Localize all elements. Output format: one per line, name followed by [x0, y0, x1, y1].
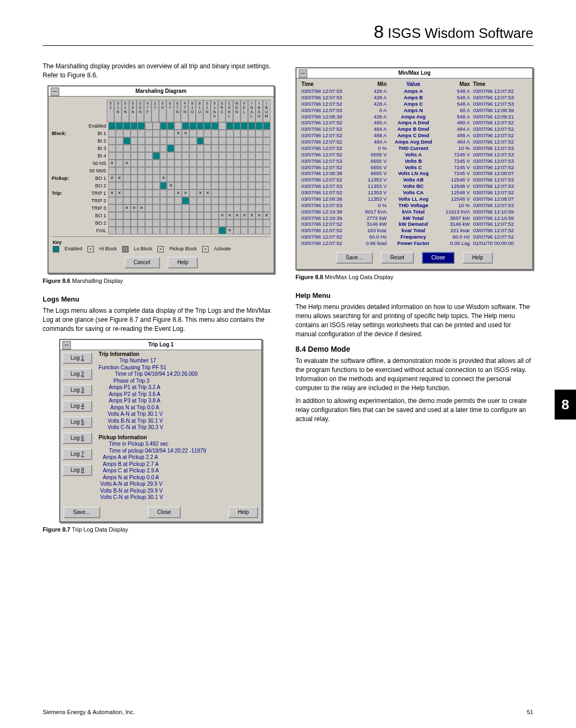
- marsh-cell[interactable]: [248, 197, 255, 204]
- log-button[interactable]: Log 1: [62, 352, 92, 364]
- marsh-cell[interactable]: [123, 152, 131, 160]
- marsh-cell[interactable]: [189, 175, 197, 182]
- close-icon[interactable]: —: [299, 69, 307, 78]
- marsh-cell[interactable]: [219, 130, 226, 137]
- marsh-cell[interactable]: [131, 145, 138, 152]
- marsh-cell[interactable]: [153, 197, 160, 204]
- marsh-cell[interactable]: [211, 204, 219, 212]
- marsh-cell[interactable]: [226, 137, 234, 145]
- marsh-cell[interactable]: [197, 152, 204, 160]
- marsh-cell[interactable]: [116, 137, 123, 145]
- marsh-cell[interactable]: [153, 175, 160, 182]
- marsh-cell[interactable]: [197, 130, 204, 137]
- marsh-cell[interactable]: [226, 122, 234, 130]
- help-button[interactable]: Help: [228, 507, 259, 518]
- marsh-cell[interactable]: [219, 212, 226, 219]
- marsh-cell[interactable]: [131, 152, 138, 160]
- marsh-cell[interactable]: [204, 152, 211, 160]
- marsh-cell[interactable]: [211, 182, 219, 189]
- marsh-cell[interactable]: [189, 182, 197, 189]
- marsh-cell[interactable]: [219, 152, 226, 160]
- log-button[interactable]: Log 8: [62, 464, 92, 476]
- marsh-cell[interactable]: [174, 204, 182, 212]
- marsh-cell[interactable]: [234, 160, 241, 167]
- marsh-cell[interactable]: [153, 182, 160, 189]
- marsh-cell[interactable]: [241, 227, 248, 234]
- marsh-cell[interactable]: [248, 204, 255, 212]
- marsh-cell[interactable]: [211, 145, 219, 152]
- marsh-cell[interactable]: [145, 189, 153, 197]
- marsh-cell[interactable]: [160, 167, 167, 175]
- marsh-cell[interactable]: [211, 227, 219, 234]
- close-icon[interactable]: —: [62, 341, 71, 350]
- marsh-cell[interactable]: [167, 197, 174, 204]
- marsh-cell[interactable]: [174, 130, 182, 137]
- marsh-cell[interactable]: [219, 160, 226, 167]
- marsh-cell[interactable]: [219, 167, 226, 175]
- marsh-cell[interactable]: [197, 137, 204, 145]
- marsh-cell[interactable]: [241, 145, 248, 152]
- marsh-cell[interactable]: [219, 204, 226, 212]
- close-button[interactable]: Close: [422, 252, 455, 264]
- marsh-cell[interactable]: [174, 219, 182, 227]
- marsh-cell[interactable]: [116, 227, 123, 234]
- close-icon[interactable]: —: [51, 88, 59, 96]
- marsh-cell[interactable]: [182, 197, 189, 204]
- marsh-cell[interactable]: [116, 212, 123, 219]
- marsh-cell[interactable]: [116, 152, 123, 160]
- marsh-cell[interactable]: [174, 167, 182, 175]
- marsh-cell[interactable]: [248, 175, 255, 182]
- marsh-cell[interactable]: [123, 130, 131, 137]
- marsh-cell[interactable]: [189, 189, 197, 197]
- marsh-cell[interactable]: [160, 175, 167, 182]
- marsh-cell[interactable]: [255, 122, 263, 130]
- marsh-cell[interactable]: [211, 167, 219, 175]
- log-button[interactable]: Log 6: [62, 432, 92, 444]
- marsh-cell[interactable]: [263, 160, 270, 167]
- marsh-cell[interactable]: [263, 204, 270, 212]
- marsh-cell[interactable]: [153, 152, 160, 160]
- marsh-cell[interactable]: [234, 204, 241, 212]
- marsh-cell[interactable]: [167, 175, 174, 182]
- marsh-cell[interactable]: [241, 204, 248, 212]
- marsh-cell[interactable]: [174, 175, 182, 182]
- cancel-button[interactable]: Cancel: [124, 257, 160, 268]
- marsh-cell[interactable]: [255, 175, 263, 182]
- marsh-cell[interactable]: [123, 122, 131, 130]
- marsh-cell[interactable]: [241, 219, 248, 227]
- marsh-cell[interactable]: [204, 160, 211, 167]
- marsh-cell[interactable]: [234, 152, 241, 160]
- marsh-cell[interactable]: [248, 137, 255, 145]
- save-button[interactable]: Save…: [336, 252, 373, 264]
- marsh-cell[interactable]: [204, 204, 211, 212]
- marsh-cell[interactable]: [116, 197, 123, 204]
- marsh-cell[interactable]: [248, 227, 255, 234]
- marsh-cell[interactable]: [255, 212, 263, 219]
- marsh-cell[interactable]: [204, 182, 211, 189]
- marsh-cell[interactable]: [167, 130, 174, 137]
- marsh-cell[interactable]: [138, 189, 145, 197]
- marsh-cell[interactable]: [219, 189, 226, 197]
- marsh-cell[interactable]: [153, 137, 160, 145]
- marsh-cell[interactable]: [108, 130, 116, 137]
- marsh-cell[interactable]: [241, 130, 248, 137]
- log-button[interactable]: Log 3: [62, 384, 92, 396]
- marsh-cell[interactable]: [138, 227, 145, 234]
- marsh-cell[interactable]: [116, 182, 123, 189]
- marsh-cell[interactable]: [226, 227, 234, 234]
- marsh-cell[interactable]: [160, 212, 167, 219]
- marsh-cell[interactable]: [226, 212, 234, 219]
- marsh-cell[interactable]: [123, 227, 131, 234]
- marsh-cell[interactable]: [160, 219, 167, 227]
- marsh-cell[interactable]: [138, 137, 145, 145]
- marsh-cell[interactable]: [145, 182, 153, 189]
- marsh-cell[interactable]: [145, 145, 153, 152]
- marsh-cell[interactable]: [108, 182, 116, 189]
- marsh-cell[interactable]: [160, 189, 167, 197]
- marsh-cell[interactable]: [226, 197, 234, 204]
- log-button[interactable]: Log 4: [62, 400, 92, 412]
- marsh-cell[interactable]: [116, 167, 123, 175]
- marsh-cell[interactable]: [145, 219, 153, 227]
- log-button[interactable]: Log 7: [62, 448, 92, 460]
- marsh-cell[interactable]: [219, 175, 226, 182]
